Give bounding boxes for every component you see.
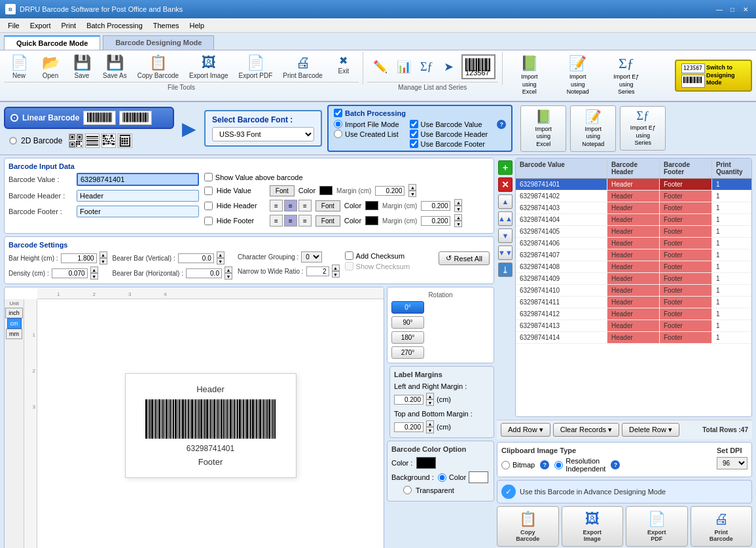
open-button[interactable]: 📂 Open: [35, 52, 65, 82]
density-up[interactable]: ▲: [90, 266, 98, 273]
lr-up[interactable]: ▲: [426, 393, 434, 399]
resolution-option[interactable]: ResolutionIndependent ?: [554, 457, 620, 473]
table-row[interactable]: 63298741408 Header Footer 1: [516, 261, 751, 273]
use-barcode-value-item[interactable]: Use Barcode Value: [410, 120, 488, 128]
table-row[interactable]: 63298741413 Header Footer 1: [516, 320, 751, 332]
table-body[interactable]: 63298741401 Header Footer 1 63298741402 …: [516, 179, 751, 416]
margin-value-up[interactable]: ▲: [408, 184, 416, 191]
margin-header-up[interactable]: ▲: [454, 199, 462, 206]
transparent-row[interactable]: Transparent: [391, 486, 490, 494]
unit-mm-button[interactable]: mm: [6, 329, 22, 339]
bar-height-up[interactable]: ▲: [99, 251, 107, 258]
table-row[interactable]: 63298741409 Header Footer 1: [516, 273, 751, 285]
align-center-header[interactable]: ≡: [284, 200, 297, 211]
import-notepad-button[interactable]: 📝 ImportusingNotepad: [555, 52, 601, 100]
margin-footer-up[interactable]: ▲: [454, 214, 462, 221]
bearer-h-input[interactable]: [186, 268, 222, 278]
export-image-bottom-button[interactable]: 🖼 ExportImage: [562, 506, 624, 547]
exit-button[interactable]: ✖ Exit: [329, 52, 359, 82]
export-pdf-toolbar-button[interactable]: 📄 Export PDF: [234, 52, 278, 82]
color-footer-box[interactable]: [365, 216, 378, 225]
close-button[interactable]: ✕: [740, 5, 751, 14]
narrow-ratio-up[interactable]: ▲: [332, 265, 340, 271]
hide-header-checkbox[interactable]: [204, 202, 213, 210]
table-row[interactable]: 63298741401 Header Footer 1: [516, 179, 751, 191]
font-header-button[interactable]: Font: [315, 200, 340, 211]
bg-color-radio[interactable]: [438, 473, 446, 482]
table-row[interactable]: 63298741411 Header Footer 1: [516, 297, 751, 308]
2d-radio[interactable]: [9, 137, 17, 145]
table-tool-button[interactable]: 📊: [393, 56, 414, 77]
switch-designing-mode-button[interactable]: 123567: [675, 60, 752, 92]
rotation-270-button[interactable]: 270°: [391, 346, 424, 359]
narrow-ratio-input[interactable]: [306, 266, 329, 276]
menu-themes[interactable]: Themes: [148, 20, 185, 31]
margin-header-input[interactable]: [421, 201, 450, 211]
print-barcode-toolbar-button[interactable]: 🖨 Print Barcode: [278, 52, 327, 82]
barcode-header-input[interactable]: [77, 190, 199, 202]
resolution-help[interactable]: ?: [611, 460, 620, 469]
bearer-h-up[interactable]: ▲: [225, 266, 232, 273]
linear-radio[interactable]: [10, 114, 18, 122]
show-checksum-row[interactable]: Show Checksum: [345, 262, 410, 270]
bearer-h-down[interactable]: ▼: [225, 273, 232, 280]
tb-margin-input[interactable]: [394, 422, 423, 432]
density-down[interactable]: ▼: [90, 273, 98, 280]
dpi-select[interactable]: 96 72 150 300: [717, 457, 747, 469]
font-footer-button[interactable]: Font: [315, 215, 340, 227]
font-value-button[interactable]: Font: [270, 185, 295, 196]
bitmap-help[interactable]: ?: [540, 460, 549, 469]
bearer-v-down[interactable]: ▼: [217, 258, 225, 265]
table-row[interactable]: 63298741407 Header Footer 1: [516, 249, 751, 261]
margin-value-input[interactable]: [375, 186, 405, 196]
copy-barcode-toolbar-button[interactable]: 📋 Copy Barcode: [133, 52, 183, 82]
bar-height-input[interactable]: [61, 253, 97, 263]
bitmap-option[interactable]: Bitmap ?: [501, 460, 549, 469]
table-row[interactable]: 63298741412 Header Footer 1: [516, 308, 751, 320]
add-checksum-row[interactable]: Add Checksum: [345, 251, 410, 260]
reset-all-button[interactable]: ↺ Reset All: [439, 251, 490, 265]
align-left-header[interactable]: ≡: [270, 200, 283, 211]
batch-checkbox[interactable]: [334, 109, 342, 117]
arrow-tool-button[interactable]: ➤: [439, 56, 459, 77]
import-notepad-batch-button[interactable]: 📝 ImportusingNotepad: [570, 105, 616, 152]
rotation-0-button[interactable]: 0°: [391, 301, 424, 314]
table-row[interactable]: 63298741403 Header Footer 1: [516, 202, 751, 214]
margin-header-down[interactable]: ▼: [454, 206, 462, 212]
menu-help[interactable]: Help: [185, 20, 210, 31]
move-down-fast-button[interactable]: ▼▼: [498, 246, 513, 260]
density-input[interactable]: [52, 268, 88, 278]
margin-value-down[interactable]: ▼: [408, 191, 416, 197]
import-excel-button[interactable]: 📗 ImportusingExcel: [507, 52, 552, 100]
menu-export[interactable]: Export: [25, 20, 56, 31]
move-up-button[interactable]: ▲: [498, 194, 513, 209]
bg-transparent-radio[interactable]: [403, 486, 412, 494]
rotation-90-button[interactable]: 90°: [391, 316, 424, 329]
menu-file[interactable]: File: [3, 20, 25, 31]
char-grouping-select[interactable]: 0: [301, 251, 322, 263]
save-as-button[interactable]: 💾 Save As: [98, 52, 132, 82]
move-down-button[interactable]: ▼: [498, 228, 513, 243]
minimize-button[interactable]: —: [714, 5, 725, 14]
import-excel-batch-button[interactable]: 📗 ImportusingExcel: [520, 105, 566, 152]
show-value-checkbox[interactable]: [204, 173, 213, 181]
delete-row-button[interactable]: Delete Row ▾: [622, 423, 679, 437]
advance-mode-section[interactable]: ✓ Use this Barcode in Advance Designing …: [497, 480, 752, 503]
align-right-footer[interactable]: ≡: [298, 215, 312, 227]
lr-down[interactable]: ▼: [426, 399, 434, 406]
bar-height-down[interactable]: ▼: [99, 258, 107, 265]
table-row[interactable]: 63298741410 Header Footer 1: [516, 285, 751, 297]
barcode-footer-input[interactable]: [77, 206, 199, 217]
table-row[interactable]: 63298741406 Header Footer 1: [516, 238, 751, 249]
show-checksum-checkbox[interactable]: [345, 262, 353, 270]
maximize-button[interactable]: □: [727, 5, 738, 14]
export-image-toolbar-button[interactable]: 🖼 Export Image: [185, 52, 232, 82]
new-button[interactable]: 📄 New: [4, 52, 34, 82]
print-barcode-bottom-button[interactable]: 🖨 PrintBarcode: [691, 506, 753, 547]
add-row-nav-button[interactable]: +: [498, 160, 513, 175]
color-sample[interactable]: [416, 457, 436, 469]
edit-tool-button[interactable]: ✏️: [370, 56, 391, 77]
narrow-ratio-down[interactable]: ▼: [332, 271, 340, 278]
table-row[interactable]: 63298741404 Header Footer 1: [516, 214, 751, 226]
add-row-button[interactable]: Add Row ▾: [501, 423, 550, 437]
